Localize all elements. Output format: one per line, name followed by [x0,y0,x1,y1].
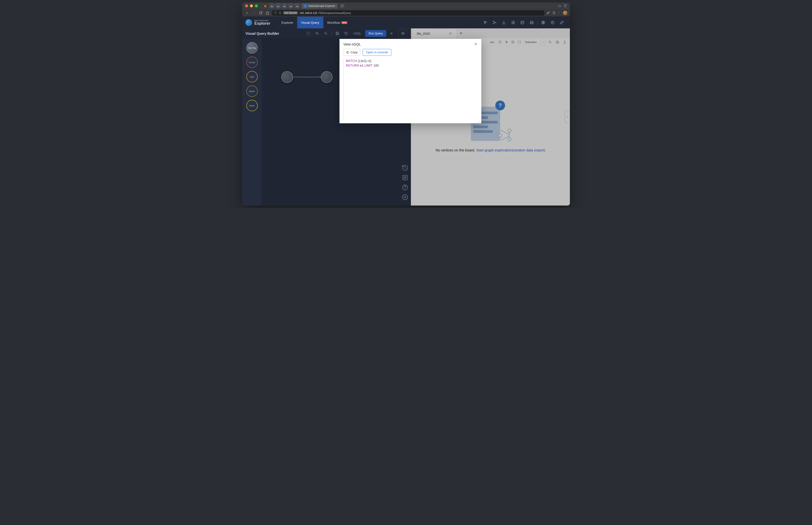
modal-header: View nGQL ✕ [339,39,481,47]
canvas-node-target[interactable] [321,71,333,83]
ngql-button[interactable]: nGQL [352,32,363,35]
url-bar: Not Secure 192.168.8.131:7002/explorer/v… [242,9,570,17]
nav-visual-query[interactable]: Visual Query [297,17,323,28]
trash-icon[interactable] [564,4,567,7]
close-icon[interactable]: ✕ [474,42,477,46]
canvas-help-icon[interactable] [402,184,409,191]
globe-icon[interactable] [539,18,548,27]
canvas-node-source[interactable] [281,71,293,83]
expand-icon[interactable] [510,40,516,45]
brand[interactable]: NebulaGraph Explorer [246,19,270,26]
tag-player[interactable]: player [246,85,258,97]
url-actions [547,11,567,15]
result-tab-label: fifa_2020 [417,32,430,35]
url-text: 192.168.8.131:7002/explorer/visualQuery [300,12,351,14]
pinned-tab[interactable]: ☁ [294,3,300,8]
canvas-history-icon[interactable] [402,164,409,171]
avatar[interactable] [563,11,567,15]
reload-button[interactable] [258,11,263,15]
new-tab-button[interactable]: + [340,4,344,8]
share-icon[interactable] [562,40,567,45]
tag-any[interactable]: Any Tag [246,42,258,54]
tree-icon[interactable] [490,18,499,27]
tag-team[interactable]: team [246,100,258,111]
svg-point-22 [500,42,501,42]
app-header: NebulaGraph Explorer Explorer Visual Que… [242,17,570,28]
zoom-in-icon[interactable] [314,30,320,37]
vqb-header: Visual Query Builder nGQL Run Query ✕ [242,28,411,39]
fullscreen-icon[interactable] [517,40,522,45]
browser-tab-active[interactable]: NebulaGraph Explorer [301,3,338,9]
zoom-out-icon[interactable] [323,30,329,37]
shield-icon [274,11,277,14]
svg-rect-26 [347,52,349,54]
help-icon[interactable] [548,18,557,27]
selection-tool-icon[interactable] [305,30,311,37]
modal-title: View nGQL [343,42,361,46]
collapse-panel-button[interactable] [565,111,570,123]
beta-badge: Beta [341,21,347,24]
history-icon[interactable] [343,30,350,37]
chevron-down-icon[interactable] [558,12,561,14]
print-icon[interactable] [527,18,536,27]
link-icon[interactable] [557,18,566,27]
import-icon[interactable] [499,18,508,27]
cloud-icon[interactable] [558,4,561,7]
camera-icon[interactable] [555,40,560,45]
run-query-button[interactable]: Run Query [365,30,386,37]
detach-icon[interactable] [398,29,407,38]
window-minimize-button[interactable] [250,4,253,7]
copy-button[interactable]: Copy [343,49,360,56]
pinned-tab[interactable]: ☁ [288,3,293,8]
close-icon[interactable]: ✕ [449,32,452,35]
add-tab-button[interactable]: + [456,31,466,36]
browser-window: ◧ ☁ ☁ ☁ ☁ ☁ NebulaGraph Explorer + Not S… [242,2,570,206]
start-exploration-link[interactable]: Start graph exploration(random data impo… [476,148,545,152]
svg-point-25 [557,42,558,43]
pinned-tab[interactable]: ☁ [282,3,287,8]
resize-handle[interactable] [477,119,480,122]
result-tab[interactable]: fifa_2020 ✕ [412,29,456,38]
bookmark-icon[interactable] [552,11,556,14]
open-in-console-button[interactable]: Open in console [363,49,391,56]
window-close-button[interactable] [245,4,248,7]
url-field[interactable]: Not Secure 192.168.8.131:7002/explorer/v… [272,10,545,16]
svg-rect-9 [521,21,524,24]
empty-state-text: No vertices on the board. Start graph ex… [435,148,545,152]
svg-point-23 [506,42,507,42]
window-zoom-button[interactable] [255,4,258,7]
not-secure-badge: Not Secure [283,11,298,14]
forward-button[interactable] [251,11,256,15]
titlebar: ◧ ☁ ☁ ☁ ☁ ☁ NebulaGraph Explorer + [242,2,570,9]
key-icon[interactable] [547,11,550,15]
copy-icon [346,51,349,54]
pinned-tab[interactable]: ☁ [275,3,281,8]
header-actions [480,18,566,27]
pinned-tab[interactable]: ◧ [263,3,268,8]
results-tab-bar: fifa_2020 ✕ + [411,28,570,38]
detection-label: Detection: [524,41,538,44]
canvas-target-icon[interactable] [402,194,409,200]
export-icon[interactable] [508,18,518,27]
svg-point-21 [404,196,406,198]
tag-group[interactable]: Group [246,57,258,68]
tag-club[interactable]: club [246,71,258,82]
layout-icon[interactable] [518,18,527,27]
close-icon[interactable]: ✕ [389,32,395,35]
pinned-tab[interactable]: ☁ [269,3,274,8]
canvas-list-icon[interactable] [402,174,409,181]
detection-toggle[interactable] [540,40,546,45]
canvas-edge[interactable] [292,77,321,77]
home-button[interactable] [265,11,270,15]
auto-group [497,40,522,45]
nav-explorer[interactable]: Explorer [278,17,297,28]
focus-icon[interactable] [497,40,503,45]
spread-icon[interactable] [504,40,509,45]
nav-workflow[interactable]: Workflow Beta [323,17,351,28]
save-icon[interactable] [334,30,341,37]
graph-icon[interactable] [480,18,490,27]
browser-tab-strip: ◧ ☁ ☁ ☁ ☁ ☁ NebulaGraph Explorer + [263,3,556,9]
back-button[interactable] [245,11,249,15]
ngql-code[interactable]: MATCH ()-[e1]->() RETURN e1 LIMIT 100 [343,58,477,119]
search-icon[interactable] [547,40,553,45]
